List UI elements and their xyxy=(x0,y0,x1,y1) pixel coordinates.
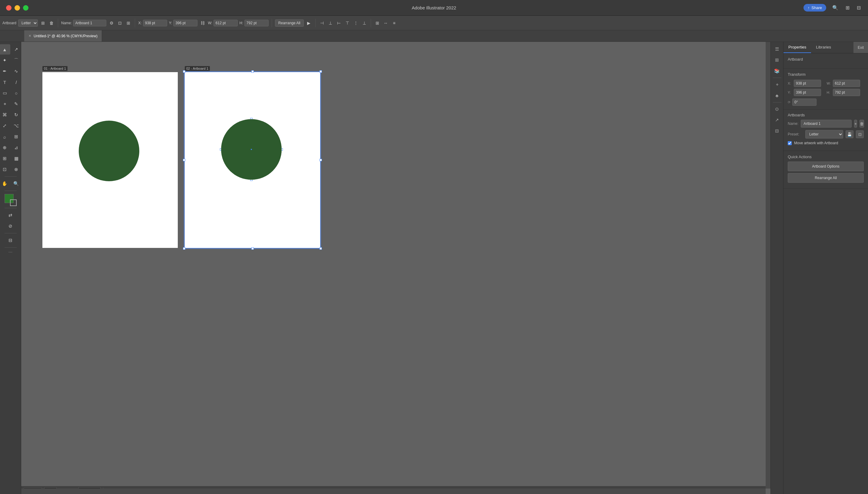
swap-colors-icon[interactable]: ⇄ xyxy=(5,210,16,220)
grid-view-button[interactable]: ⊞ xyxy=(844,4,851,12)
free-transform-tool[interactable]: ⊞ xyxy=(11,132,22,142)
warp-tool[interactable]: ⌥ xyxy=(11,121,22,131)
more-tools-icon[interactable]: ··· xyxy=(8,249,13,255)
preset-select[interactable]: Letter xyxy=(18,19,38,27)
move-artwork-checkbox[interactable] xyxy=(788,141,792,145)
mesh-tool[interactable]: ⊞ xyxy=(0,153,10,164)
zoom-tool[interactable]: 🔍 xyxy=(11,178,22,189)
document-tab[interactable]: ✕ Untitled-1* @ 40.96 % (CMYK/Preview) xyxy=(24,30,102,41)
minimize-button[interactable] xyxy=(15,5,20,11)
artboard-resize-icon[interactable]: ⊡ xyxy=(117,20,123,26)
shape-builder-tool[interactable]: ⊕ xyxy=(0,142,10,153)
artboard-1[interactable] xyxy=(42,72,178,248)
align-v-center-icon[interactable]: ⋮ xyxy=(353,20,359,26)
tab-close-icon[interactable]: ✕ xyxy=(28,34,31,38)
curvature-tool[interactable]: ∿ xyxy=(11,66,22,76)
tab-libraries[interactable]: Libraries xyxy=(811,42,836,53)
x-transform-input[interactable] xyxy=(794,80,821,87)
shaper-tool[interactable]: ⌘ xyxy=(0,110,10,120)
preset-field-select[interactable]: Letter xyxy=(805,130,843,138)
y-transform-input[interactable] xyxy=(794,89,821,96)
stroke-color[interactable] xyxy=(10,200,17,206)
distribute-icon[interactable]: ⊞ xyxy=(374,20,381,26)
draw-inside-icon[interactable]: ⊟ xyxy=(5,235,16,246)
selection-tool[interactable]: ▲ xyxy=(0,44,10,55)
none-color-icon[interactable]: ⊘ xyxy=(5,221,16,231)
horizontal-scrollbar[interactable] xyxy=(21,489,766,494)
window-arrange-button[interactable]: ⊟ xyxy=(855,4,862,12)
handle-bottom-right[interactable] xyxy=(319,247,322,250)
rotation-input[interactable] xyxy=(792,98,816,106)
chart-tool[interactable]: ▦ xyxy=(11,153,22,164)
canvas-area[interactable]: 01 - Artboard 1 02 - Artboard 1 xyxy=(21,42,770,494)
exit-button[interactable]: Exit xyxy=(853,42,868,53)
properties-icon[interactable]: ☰ xyxy=(772,44,782,54)
scale-tool[interactable]: ⤢ xyxy=(0,121,10,131)
artboard-2[interactable] xyxy=(185,72,320,248)
more-options-icon[interactable]: ≡ xyxy=(391,20,398,26)
handle-top-right[interactable] xyxy=(319,70,322,73)
pencil-tool[interactable]: ✎ xyxy=(11,99,22,109)
w-input[interactable] xyxy=(214,20,238,26)
artboard-tool[interactable]: ⊡ xyxy=(0,164,10,175)
artboard-options-button[interactable]: Artboard Options xyxy=(788,162,864,171)
symbols-icon[interactable]: ♣ xyxy=(772,91,782,100)
type-tool[interactable]: T xyxy=(0,77,10,87)
align-h-left-icon[interactable]: ⊣ xyxy=(319,20,325,26)
line-tool[interactable]: / xyxy=(11,77,22,87)
delete-artboard-icon[interactable]: 🗑 xyxy=(48,20,55,26)
vertical-scrollbar[interactable] xyxy=(766,42,770,489)
artboard-name-input[interactable] xyxy=(73,20,106,26)
layers-icon[interactable]: ⊞ xyxy=(772,55,782,65)
handle-bottom-left[interactable] xyxy=(183,247,185,250)
circle-1[interactable] xyxy=(79,121,139,181)
preset-save-btn[interactable]: 💾 xyxy=(846,130,853,138)
handle-mid-right[interactable] xyxy=(319,159,322,161)
next-artboard-icon[interactable]: ▶ xyxy=(305,20,312,26)
align-v-top-icon[interactable]: ⊤ xyxy=(344,20,351,26)
asset-export-icon[interactable]: ⊟ xyxy=(772,126,782,136)
artboard-pattern-icon[interactable]: ⊞ xyxy=(125,20,132,26)
appearance-icon[interactable]: ⊙ xyxy=(772,104,782,114)
tab-properties[interactable]: Properties xyxy=(784,42,811,53)
artboard-delete-btn[interactable]: 🗑 xyxy=(860,120,864,128)
w-transform-input[interactable] xyxy=(833,80,860,87)
close-button[interactable] xyxy=(6,5,12,11)
align-v-bottom-icon[interactable]: ⊥ xyxy=(361,20,368,26)
h-input[interactable] xyxy=(244,20,269,26)
slice-tool[interactable]: ⊗ xyxy=(11,164,22,175)
handle-bottom-center[interactable] xyxy=(251,247,254,250)
lasso-tool[interactable]: ⌒ xyxy=(11,55,22,65)
handle-top-center[interactable] xyxy=(251,70,254,73)
new-artboard-icon[interactable]: ⊞ xyxy=(40,20,46,26)
preset-fit-btn[interactable]: ⊡ xyxy=(856,130,864,138)
rearrange-all-panel-button[interactable]: Rearrange All xyxy=(788,173,864,183)
artboard-settings-icon[interactable]: ⚙ xyxy=(108,20,115,26)
perspective-tool[interactable]: ⊿ xyxy=(11,142,22,153)
rotate-tool[interactable]: ↻ xyxy=(11,110,22,120)
export-icon[interactable]: ↗ xyxy=(772,115,782,125)
chain-icon[interactable]: ⛓ xyxy=(199,20,206,26)
paintbrush-tool[interactable]: ⌖ xyxy=(0,99,10,109)
direct-selection-tool[interactable]: ↗ xyxy=(11,44,22,55)
color-selector[interactable] xyxy=(4,194,17,206)
align-h-right-icon[interactable]: ⊢ xyxy=(336,20,342,26)
fullscreen-button[interactable] xyxy=(23,5,28,11)
magic-wand-tool[interactable]: ✦ xyxy=(0,55,10,65)
share-button[interactable]: ↑ Share xyxy=(804,4,826,12)
search-button[interactable]: 🔍 xyxy=(831,4,840,12)
libraries-icon[interactable]: 📚 xyxy=(772,66,782,76)
rectangle-tool[interactable]: ▭ xyxy=(0,88,10,98)
artboard-add-btn[interactable]: + xyxy=(854,120,857,128)
width-tool[interactable]: ⌕ xyxy=(0,132,10,142)
rearrange-all-button[interactable]: Rearrange All xyxy=(275,19,304,27)
x-input[interactable] xyxy=(143,20,167,26)
y-input[interactable] xyxy=(173,20,197,26)
align-h-center-icon[interactable]: ⊥ xyxy=(327,20,334,26)
hand-tool[interactable]: ✋ xyxy=(0,178,10,189)
h-transform-input[interactable] xyxy=(833,89,860,96)
pen-tool[interactable]: ✒ xyxy=(0,66,10,76)
artboard-name-field[interactable] xyxy=(801,120,852,128)
spacing-icon[interactable]: ↔ xyxy=(382,20,389,26)
brush-icon[interactable]: ⌖ xyxy=(772,80,782,90)
